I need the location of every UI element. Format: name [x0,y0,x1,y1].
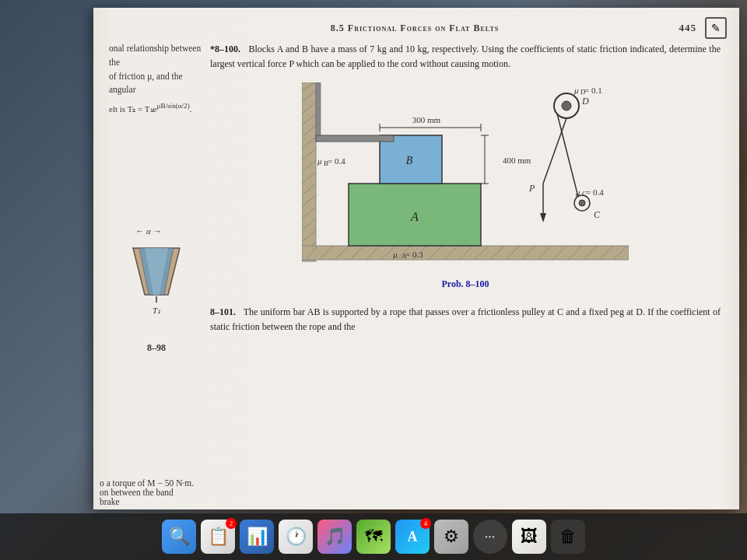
svg-text:μ: μ [317,156,322,166]
svg-point-74 [579,200,585,206]
svg-text:= 0.1: = 0.1 [584,86,602,95]
chapter-title: 8.5 Frictional Forces on Flat Belts [331,23,499,33]
preview-icon: 🖼 [521,527,538,547]
svg-text:= 0.3: = 0.3 [405,250,423,259]
dock-item-appstore[interactable]: A 4 [395,520,430,554]
pulley-diagram [125,240,188,303]
dock-item-settings[interactable]: ⚙ [434,520,468,554]
bottom-strip: o a torque of M − 50 N·m. on between the… [93,478,739,509]
svg-rect-48 [316,82,321,135]
svg-text:C: C [594,209,601,220]
problem-100-section: *8–100. Blocks A and B have a mass of 7 … [210,42,721,72]
problem-101-text: 8–101. The uniform bar AB is supported b… [210,305,721,334]
dock-item-more[interactable]: ••• [473,520,507,554]
diagram-area: A B 300 mm [210,82,721,269]
prob-100-label: Prob. 8–100 [210,277,721,292]
svg-marker-72 [540,213,546,222]
svg-text:= 0.4: = 0.4 [328,156,345,166]
clock-icon: 🕐 [286,527,307,547]
right-column: *8–100. Blocks A and B have a mass of 7 … [210,42,721,485]
dock-item-finder[interactable]: 🔍 [162,520,196,554]
problem-100-text: *8–100. Blocks A and B have a mass of 7 … [210,42,721,72]
more-icon: ••• [485,533,496,541]
svg-text:μ: μ [573,86,579,95]
svg-text:400 mm: 400 mm [503,156,531,165]
problem-diagram: A B 300 mm [302,82,629,269]
finder-icon: 🔍 [169,527,190,547]
page-number: 445 [679,22,697,34]
charts-icon: 📊 [247,527,268,547]
music-icon: 🎵 [324,527,345,547]
dock-item-charts[interactable]: 📊 [240,520,274,554]
taskbar: 🔍 📋 2 📊 🕐 🎵 🗺 A 4 ⚙ ••• 🖼 🗑 [0,513,747,560]
edit-icon[interactable]: ✎ [705,17,727,39]
dock-item-preview[interactable]: 🖼 [512,520,546,554]
bottom-left-text: o a torque of M − 50 N·m. on between the… [93,478,195,506]
dock-item-trash[interactable]: 🗑 [551,520,585,554]
prob-num-8-98: 8–98 [147,341,166,355]
book-page: ✎ 8.5 Frictional Forces on Flat Belts 44… [93,8,739,509]
svg-text:B: B [406,155,413,166]
svg-text:300 mm: 300 mm [412,115,441,124]
dock-item-music[interactable]: 🎵 [317,520,352,554]
appstore-badge: 4 [420,518,431,529]
left-text: onal relationship between the of frictio… [109,42,204,116]
left-column: onal relationship between the of frictio… [109,42,210,485]
svg-text:μ: μ [392,250,398,259]
documents-badge: 2 [226,518,237,529]
svg-line-79 [557,114,578,197]
svg-text:A: A [410,210,419,223]
left-illustration: ← α → T₁ 8–98 [109,225,204,355]
dock-item-documents[interactable]: 📋 2 [201,520,235,554]
page-header: 8.5 Frictional Forces on Flat Belts 445 [109,22,721,34]
dock-item-maps[interactable]: 🗺 [356,520,391,554]
svg-rect-4 [302,82,316,261]
trash-icon: 🗑 [559,527,577,547]
svg-line-69 [543,118,566,184]
svg-point-64 [562,101,571,110]
svg-text:= 0.4: = 0.4 [586,187,604,197]
maps-icon: 🗺 [365,527,382,547]
svg-text:D: D [581,96,589,107]
appstore-icon: A [408,529,418,545]
settings-icon: ⚙ [444,527,459,547]
svg-rect-47 [316,135,394,142]
svg-text:P: P [528,183,535,194]
problem-101-section: 8–101. The uniform bar AB is supported b… [210,305,721,334]
main-content: onal relationship between the of frictio… [109,42,721,485]
dock-item-clock[interactable]: 🕐 [279,520,313,554]
documents-icon: 📋 [208,527,229,547]
